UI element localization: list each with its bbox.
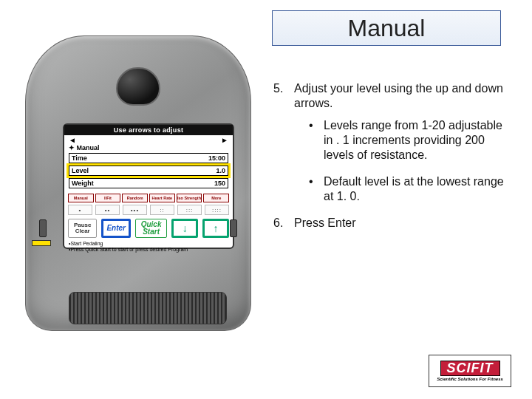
sub-bullet: Default level is at the lowest range at … bbox=[294, 174, 510, 204]
screen-mode-label: ✦ Manual bbox=[64, 144, 233, 151]
program-tabs: Manual IIFit Random Heart Rate Iso Stren… bbox=[64, 191, 233, 202]
step-number: 6. bbox=[273, 216, 283, 231]
preset-box: • bbox=[68, 205, 92, 215]
page-title: Manual bbox=[348, 15, 426, 42]
preset-box: ::: bbox=[177, 205, 202, 215]
device-screen: Use arrows to adjust ◄ ► ✦ Manual Time15… bbox=[63, 123, 234, 249]
down-arrow-button: ↓ bbox=[171, 219, 198, 238]
yellow-sticker bbox=[32, 240, 51, 246]
step-number: 5. bbox=[273, 81, 283, 96]
title-box: Manual bbox=[272, 10, 501, 46]
pause-clear-button: Pause Clear bbox=[68, 219, 97, 238]
preset-row: • •• ••• :: ::: :::: bbox=[64, 202, 233, 215]
device-console-image: Use arrows to adjust ◄ ► ✦ Manual Time15… bbox=[16, 27, 260, 366]
enter-button: Enter bbox=[101, 219, 131, 238]
sub-bullet: Levels range from 1-20 adjustable in . 1… bbox=[294, 118, 510, 163]
program-tab: Heart Rate bbox=[149, 194, 175, 202]
instruction-text: 5. Adjust your level using the up and do… bbox=[273, 81, 510, 241]
up-arrow-button: ↑ bbox=[202, 219, 229, 238]
preset-box: •• bbox=[95, 205, 120, 215]
right-arrow-icon: ► bbox=[221, 136, 228, 144]
logo-brand: SCIFIT bbox=[440, 361, 500, 377]
screen-header: Use arrows to adjust bbox=[64, 125, 233, 135]
step-text: Adjust your level using the up and down … bbox=[294, 82, 503, 109]
screen-hints: •Start Pedaling •Press Quick Start to st… bbox=[64, 240, 233, 255]
device-body: Use arrows to adjust ◄ ► ✦ Manual Time15… bbox=[25, 35, 251, 331]
step-6: 6. Press Enter bbox=[273, 216, 510, 231]
speaker-vent bbox=[69, 292, 227, 324]
program-tab: Manual bbox=[68, 194, 94, 202]
left-arrow-icon: ◄ bbox=[69, 136, 76, 144]
program-tab: More bbox=[203, 194, 229, 202]
program-tab: IIFit bbox=[95, 194, 121, 202]
right-port bbox=[230, 219, 237, 237]
scifit-logo: SCIFIT Scientific Solutions For Fitness bbox=[429, 355, 511, 387]
preset-box: :::: bbox=[205, 205, 229, 215]
control-row: Pause Clear Enter Quick Start ↓ ↑ bbox=[64, 215, 233, 240]
step-text: Press Enter bbox=[294, 216, 356, 229]
program-tab: Iso Strength bbox=[177, 194, 202, 202]
left-port bbox=[39, 219, 47, 237]
row-level-highlighted: Level1.0 bbox=[69, 166, 228, 176]
preset-box: ••• bbox=[123, 205, 147, 215]
quick-start-button: Quick Start bbox=[135, 219, 167, 238]
preset-box: :: bbox=[150, 205, 174, 215]
logo-tagline: Scientific Solutions For Fitness bbox=[437, 377, 503, 381]
program-tab: Random bbox=[122, 194, 148, 202]
row-time: Time15:00 bbox=[69, 153, 228, 163]
step-5: 5. Adjust your level using the up and do… bbox=[273, 81, 510, 204]
device-handle-hole bbox=[116, 67, 160, 106]
row-weight: Weight150 bbox=[69, 178, 228, 188]
